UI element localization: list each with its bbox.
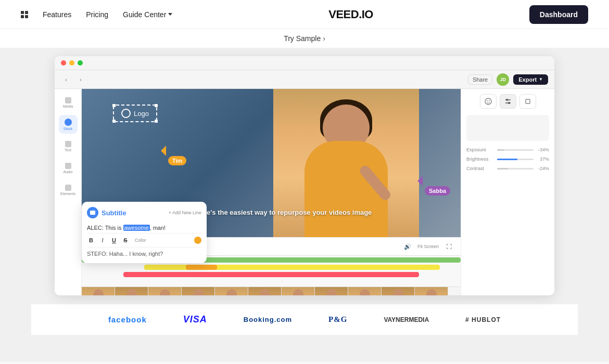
thumb-item-11	[415, 287, 448, 295]
cursor-tim-label: Tim	[168, 156, 186, 165]
subtitle-title-text: Subtitle	[102, 209, 126, 217]
site-logo[interactable]: VEED.IO	[328, 8, 373, 21]
nav-features[interactable]: Features	[43, 10, 71, 19]
sidebar-media-icon[interactable]: Media	[59, 93, 78, 112]
corner-handle-tr	[155, 104, 158, 107]
sidebar-audio-icon[interactable]: Audio	[59, 159, 78, 177]
cursor-tim: Tim	[165, 141, 186, 165]
window-close-dot	[61, 60, 66, 66]
corner-handle-br	[155, 120, 158, 123]
back-icon[interactable]: ‹	[61, 74, 71, 85]
volume-icon[interactable]: 🔊	[402, 241, 413, 252]
editor-mockup: ‹ › Share JD Export ▼ Media	[55, 56, 554, 295]
thumb-item-6	[248, 287, 282, 295]
bold-button[interactable]: B	[87, 237, 95, 243]
forward-icon[interactable]: ›	[75, 74, 86, 85]
subtitle-highlight: awesome	[123, 225, 150, 231]
thumb-item-7	[282, 287, 315, 295]
nav-pricing[interactable]: Pricing	[86, 10, 108, 19]
panel-tab-adjustments[interactable]	[500, 94, 516, 109]
svg-point-0	[485, 98, 491, 105]
thumbnail-strip: +	[82, 287, 461, 295]
brand-bar: facebook VISA Booking.com P&G VAYNERMEDI…	[31, 304, 578, 335]
panel-tab-face[interactable]	[480, 94, 497, 109]
strikethrough-button[interactable]: S	[121, 237, 130, 243]
svg-point-2	[489, 100, 490, 101]
fullscreen-icon[interactable]: ⛶	[443, 241, 454, 252]
brand-vaynermedia: VAYNERMEDIA	[384, 316, 429, 323]
logo-circle-icon	[121, 109, 131, 118]
try-sample-bar: Try Sample ›	[0, 29, 609, 48]
subtitle-icon-inner	[90, 211, 95, 215]
subtitle-toolbar: B I U S Color	[87, 233, 201, 248]
color-picker[interactable]	[194, 237, 201, 244]
editor-right-panel: Exposure -34% Brightness 37% Contrast	[461, 89, 554, 295]
exposure-slider-row: Exposure -34%	[466, 147, 549, 152]
thumb-item-3	[148, 287, 182, 295]
try-sample-link[interactable]: Try Sample ›	[284, 34, 325, 43]
export-chevron-icon: ▼	[539, 77, 543, 82]
export-button[interactable]: Export ▼	[513, 74, 548, 85]
svg-point-4	[506, 99, 508, 101]
color-label: Color	[135, 238, 146, 243]
brightness-slider-row: Brightness 37%	[466, 157, 549, 162]
thumb-item-1	[82, 287, 115, 295]
thumb-item-4	[182, 287, 215, 295]
nav-right: Dashboard	[529, 5, 588, 24]
exposure-slider[interactable]	[497, 149, 534, 151]
brand-booking: Booking.com	[244, 316, 292, 323]
italic-button[interactable]: I	[98, 237, 107, 243]
subtitle-line-1: ALEC: This is awesome, man!	[87, 223, 201, 233]
logo-overlay[interactable]: Logo	[113, 105, 157, 122]
sidebar-elements-icon[interactable]: Elements	[59, 180, 78, 199]
avatar: JD	[497, 73, 509, 86]
fit-screen-label[interactable]: Fit Screen	[417, 244, 439, 249]
editor-sidebar: Media Stock Text Audio Elements	[55, 89, 82, 295]
share-button[interactable]: Share	[468, 74, 492, 85]
add-thumb-button[interactable]: +	[448, 287, 461, 295]
navbar: Features Pricing Guide Center VEED.IO Da…	[0, 0, 609, 29]
panel-preview-rect	[466, 115, 549, 141]
brightness-slider[interactable]	[497, 159, 534, 160]
brand-facebook: facebook	[108, 315, 147, 324]
underline-button[interactable]: U	[110, 237, 118, 243]
panel-tab-crop[interactable]	[519, 94, 536, 109]
svg-rect-7	[526, 99, 530, 103]
sidebar-subtitle-icon[interactable]: Stock	[59, 115, 78, 134]
editor-body: Media Stock Text Audio Elements	[55, 89, 554, 295]
contrast-slider[interactable]	[497, 168, 534, 170]
window-chrome	[55, 56, 554, 70]
brand-hublot: # HUBLOT	[465, 316, 501, 323]
grid-icon[interactable]	[21, 11, 28, 18]
nav-guide-center[interactable]: Guide Center	[123, 10, 172, 19]
subtitle-panel-title: Subtitle	[87, 207, 126, 218]
sidebar-text-icon[interactable]: Text	[59, 137, 78, 155]
subtitle-line-2: STEFO: Haha... I know, right?	[87, 248, 201, 258]
chevron-down-icon	[168, 13, 172, 16]
cursor-sabba: Sabba	[422, 171, 450, 196]
thumb-item-10	[382, 287, 415, 295]
corner-handle-tl	[112, 104, 116, 107]
main-area: ‹ › Share JD Export ▼ Media	[0, 48, 609, 362]
editor-topbar: ‹ › Share JD Export ▼	[55, 70, 554, 89]
thumb-item-9	[348, 287, 382, 295]
brand-pg: P&G	[328, 315, 347, 324]
contrast-slider-row: Contrast -24%	[466, 166, 549, 171]
svg-point-6	[508, 102, 510, 104]
subtitle-icon	[87, 207, 98, 218]
logo-overlay-text: Logo	[134, 110, 149, 118]
subtitle-panel: Subtitle + Add New Line ALEC: This is aw…	[82, 202, 207, 263]
add-new-line-button[interactable]: + Add New Line	[169, 210, 201, 215]
dashboard-button[interactable]: Dashboard	[529, 5, 588, 24]
video-and-timeline: Logo Tim DIANA: here's	[82, 89, 461, 295]
corner-handle-bl	[112, 120, 116, 123]
editor-topbar-left: ‹ ›	[61, 74, 86, 85]
thumb-item-2	[115, 287, 148, 295]
thumb-item-8	[315, 287, 348, 295]
thumb-item-5	[215, 287, 248, 295]
panel-tabs	[466, 94, 549, 109]
subtitle-panel-header: Subtitle + Add New Line	[87, 207, 201, 218]
timeline-bar-orange	[186, 265, 217, 270]
editor-topbar-right: Share JD Export ▼	[468, 73, 548, 86]
window-maximize-dot	[78, 60, 83, 66]
